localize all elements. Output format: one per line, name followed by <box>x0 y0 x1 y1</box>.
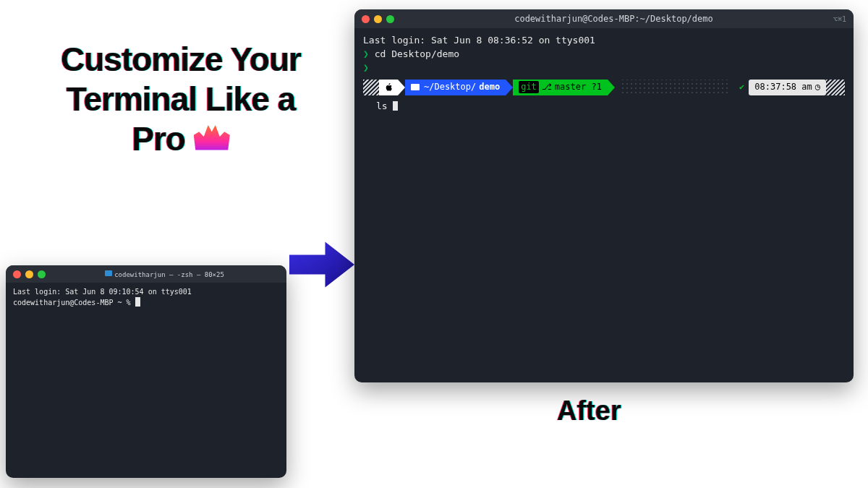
before-titlebar: codewitharjun — -zsh — 80×25 <box>6 265 286 283</box>
command-line: ls <box>363 100 845 114</box>
powerline-prompt: ~/Desktop/demo git ⎇ master ?1 ✔ 08:37:5… <box>363 80 845 95</box>
shell-prompt: codewitharjun@Codes-MBP ~ % <box>13 297 279 308</box>
headline-line3: Pro <box>132 120 193 158</box>
git-label: git <box>519 81 539 93</box>
maximize-icon[interactable] <box>386 15 394 23</box>
prompt-arrow-icon: ❯ <box>363 48 369 59</box>
path-segment: ~/Desktop/demo <box>405 80 506 95</box>
maximize-icon[interactable] <box>38 270 46 278</box>
clock-icon: ◷ <box>815 81 820 93</box>
keyboard-shortcut-badge: ⌥⌘1 <box>833 15 846 23</box>
close-icon[interactable] <box>362 15 370 23</box>
prompt-arrow-line: ❯ <box>363 61 845 75</box>
command-line: ❯ cd Desktop/demo <box>363 48 845 61</box>
powerline-separator-icon <box>398 80 405 95</box>
powerline-hatch-right <box>826 80 845 95</box>
branch-icon: ⎇ <box>542 81 552 93</box>
minimize-icon[interactable] <box>374 15 382 23</box>
before-terminal-body[interactable]: Last login: Sat Jun 8 09:10:54 on ttys00… <box>6 283 286 312</box>
after-terminal-window: codewitharjun@Codes-MBP:~/Desktop/demo ⌥… <box>354 9 854 382</box>
headline-line1: Customize Your <box>61 40 301 78</box>
cursor-icon <box>393 101 398 111</box>
time-segment: 08:37:58 am ◷ <box>749 80 826 95</box>
arrow-icon <box>289 239 354 289</box>
powerline-filler <box>621 80 729 95</box>
powerline-separator-icon <box>506 80 513 95</box>
apple-icon <box>379 80 398 95</box>
before-window-title: codewitharjun — -zsh — 80×25 <box>50 270 279 278</box>
cursor-icon <box>135 297 140 307</box>
headline-line2: Terminal Like a <box>67 80 296 118</box>
after-titlebar: codewitharjun@Codes-MBP:~/Desktop/demo ⌥… <box>354 9 854 28</box>
folder-icon <box>105 270 112 276</box>
checkmark-icon: ✔ <box>735 81 749 93</box>
last-login-line: Last login: Sat Jun 8 08:36:52 on ttys00… <box>363 34 845 48</box>
svg-marker-0 <box>289 242 354 288</box>
close-icon[interactable] <box>13 270 21 278</box>
prompt-arrow-icon: ❯ <box>363 62 369 73</box>
headline-text: Customize Your Terminal Like a Pro <box>18 40 344 160</box>
git-segment: git ⎇ master ?1 <box>513 80 608 95</box>
after-window-title: codewitharjun@Codes-MBP:~/Desktop/demo <box>399 14 829 24</box>
powerline-hatch-left <box>363 80 379 95</box>
last-login-line: Last login: Sat Jun 8 09:10:54 on ttys00… <box>13 287 279 297</box>
crown-icon <box>194 121 230 155</box>
after-label: After <box>557 395 621 427</box>
powerline-separator-icon <box>608 80 615 95</box>
minimize-icon[interactable] <box>25 270 33 278</box>
before-terminal-window: codewitharjun — -zsh — 80×25 Last login:… <box>6 265 286 478</box>
after-terminal-body[interactable]: Last login: Sat Jun 8 08:36:52 on ttys00… <box>354 28 854 119</box>
folder-icon <box>411 84 420 90</box>
